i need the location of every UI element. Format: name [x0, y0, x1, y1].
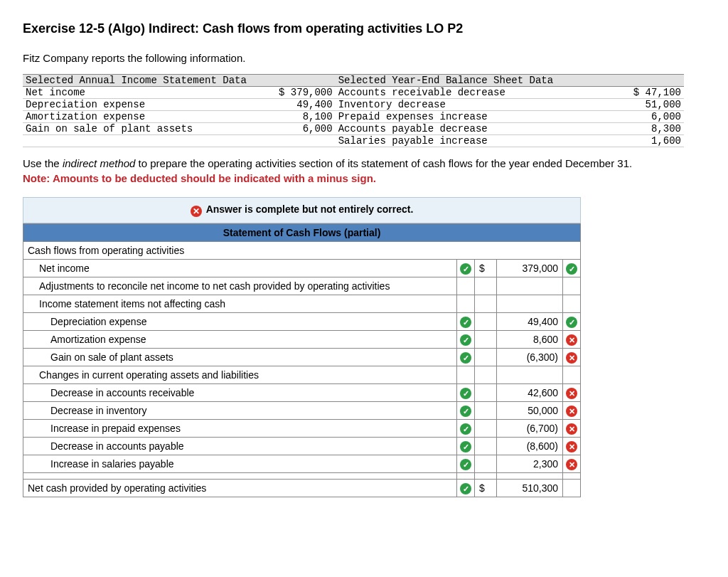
scf-row-value: 8,600 [497, 331, 563, 349]
scf-row-value: (6,700) [497, 420, 563, 438]
scf-row-label [23, 473, 457, 480]
scf-row-value [497, 295, 563, 313]
check-icon: ✓ [563, 313, 581, 331]
data-row-value: 6,000 [256, 123, 335, 135]
check-icon: ✓ [457, 438, 475, 455]
x-icon: ✕ [563, 438, 581, 455]
currency-symbol [475, 438, 497, 455]
check-icon: ✓ [457, 480, 475, 497]
data-row-value: 8,100 [256, 111, 335, 123]
scf-row-value: 42,600 [497, 384, 563, 402]
currency-symbol [475, 349, 497, 366]
scf-row-label: Income statement items not affecting cas… [23, 295, 457, 313]
check-icon: ✓ [457, 402, 475, 420]
data-row-label: Accounts receivable decrease [336, 87, 605, 99]
answer-status-banner: ✕Answer is complete but not entirely cor… [23, 197, 581, 223]
check-icon [457, 295, 475, 313]
check-icon: ✓ [457, 331, 475, 349]
data-row-value: 51,000 [605, 99, 684, 111]
data-row-label: Gain on sale of plant assets [23, 123, 256, 135]
scf-row-value: 379,000 [497, 260, 563, 277]
scf-row-label: Decrease in inventory [23, 402, 457, 420]
scf-row-value: 510,300 [497, 480, 563, 497]
blank-cell [563, 480, 581, 497]
scf-row-value: (8,600) [497, 438, 563, 455]
currency-symbol [475, 313, 497, 331]
balance-sheet-header: Selected Year-End Balance Sheet Data [336, 75, 605, 87]
scf-row-label: Gain on sale of plant assets [23, 349, 457, 366]
scf-row-value [497, 277, 563, 295]
data-row-label: Amortization expense [23, 111, 256, 123]
data-row-value: 6,000 [605, 111, 684, 123]
x-icon: ✕ [563, 384, 581, 402]
data-row-label: Accounts payable decrease [336, 123, 605, 135]
blank-cell [563, 277, 581, 295]
data-row-label: Net income [23, 87, 256, 99]
x-icon: ✕ [563, 331, 581, 349]
scf-row-label: Net cash provided by operating activitie… [23, 480, 457, 497]
scf-row-label: Net income [23, 260, 457, 277]
scf-row-label: Adjustments to reconcile net income to n… [23, 277, 457, 295]
scf-row-label: Changes in current operating assets and … [23, 366, 457, 384]
data-row-label: Inventory decrease [336, 99, 605, 111]
scf-row-value: 2,300 [497, 455, 563, 473]
data-row-label: Depreciation expense [23, 99, 256, 111]
currency-symbol [475, 295, 497, 313]
currency-symbol: $ [475, 260, 497, 277]
data-row-value: 8,300 [605, 123, 684, 135]
blank-cell [563, 473, 581, 480]
scf-row-label: Decrease in accounts receivable [23, 384, 457, 402]
check-icon: ✓ [457, 420, 475, 438]
check-icon: ✓ [457, 384, 475, 402]
scf-row-value: 50,000 [497, 402, 563, 420]
check-icon [457, 277, 475, 295]
scf-row-value: 49,400 [497, 313, 563, 331]
check-icon: ✓ [457, 349, 475, 366]
scf-row-label: Increase in prepaid expenses [23, 420, 457, 438]
data-row-value: 1,600 [605, 135, 684, 147]
blank-cell [563, 295, 581, 313]
currency-symbol [475, 420, 497, 438]
x-icon: ✕ [563, 420, 581, 438]
currency-symbol [475, 331, 497, 349]
scf-row-label: Depreciation expense [23, 313, 457, 331]
scf-row-label: Increase in salaries payable [23, 455, 457, 473]
data-row-value: $ 379,000 [256, 87, 335, 99]
scf-row-label: Decrease in accounts payable [23, 438, 457, 455]
data-row-label: Prepaid expenses increase [336, 111, 605, 123]
currency-symbol [475, 455, 497, 473]
scf-row-value: (6,300) [497, 349, 563, 366]
x-icon: ✕ [563, 402, 581, 420]
page-title: Exercise 12-5 (Algo) Indirect: Cash flow… [23, 21, 705, 36]
lead-text: Fitz Company reports the following infor… [23, 52, 705, 64]
cash-flow-statement-table: Statement of Cash Flows (partial) Cash f… [23, 223, 581, 497]
income-stmt-header: Selected Annual Income Statement Data [23, 75, 256, 87]
check-icon: ✓ [457, 260, 475, 277]
x-icon: ✕ [563, 349, 581, 366]
check-icon [457, 366, 475, 384]
currency-symbol: $ [475, 480, 497, 497]
currency-symbol [475, 277, 497, 295]
given-data-table: Selected Annual Income Statement Data Se… [23, 74, 684, 147]
check-icon [457, 473, 475, 480]
x-icon: ✕ [191, 206, 202, 217]
check-icon: ✓ [457, 455, 475, 473]
instruction-text: Use the indirect method to prepare the o… [23, 157, 705, 169]
blank-cell [563, 366, 581, 384]
currency-symbol [475, 384, 497, 402]
data-row-value: $ 47,100 [605, 87, 684, 99]
check-icon: ✓ [457, 313, 475, 331]
scf-row-value [497, 366, 563, 384]
x-icon: ✕ [563, 455, 581, 473]
note-text: Note: Amounts to be deducted should be i… [23, 172, 705, 184]
check-icon: ✓ [563, 260, 581, 277]
currency-symbol [475, 366, 497, 384]
currency-symbol [475, 402, 497, 420]
data-row-value: 49,400 [256, 99, 335, 111]
currency-symbol [475, 473, 497, 480]
scf-row-value [497, 473, 563, 480]
scf-row-label: Amortization expense [23, 331, 457, 349]
data-row-label: Salaries payable increase [336, 135, 605, 147]
scf-header: Statement of Cash Flows (partial) [23, 224, 581, 242]
scf-section: Cash flows from operating activities [23, 242, 581, 260]
